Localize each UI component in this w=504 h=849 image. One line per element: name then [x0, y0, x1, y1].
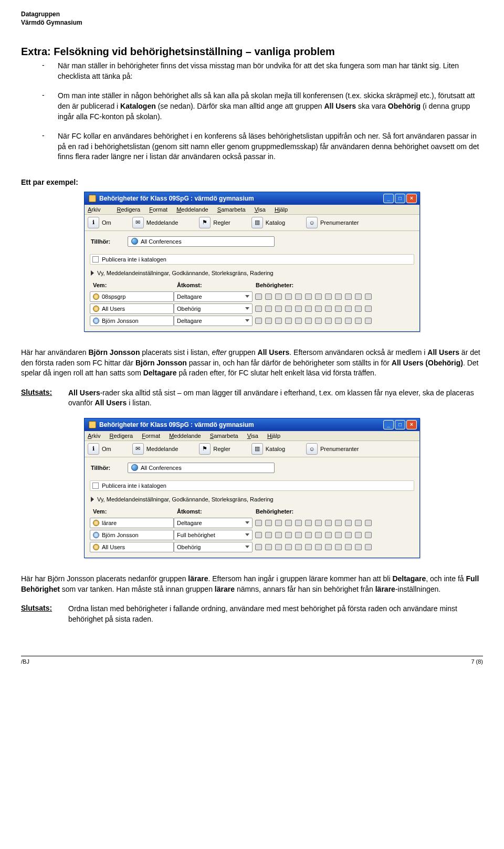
- perm-icon[interactable]: [315, 544, 322, 550]
- who-cell[interactable]: All Users: [90, 303, 174, 314]
- minimize-button[interactable]: _: [383, 194, 394, 203]
- perm-icon[interactable]: [345, 294, 352, 300]
- perm-icon[interactable]: [275, 306, 282, 312]
- perm-icon[interactable]: [365, 532, 372, 538]
- perm-icon[interactable]: [295, 532, 302, 538]
- perm-icon[interactable]: [255, 532, 262, 538]
- perm-icon[interactable]: [255, 306, 262, 312]
- tb-om[interactable]: ℹOm: [88, 443, 111, 455]
- who-cell[interactable]: All Users: [90, 542, 174, 552]
- perm-icon[interactable]: [295, 294, 302, 300]
- publish-checkbox-row[interactable]: Publicera inte i katalogen: [90, 254, 414, 265]
- menu-hjalp[interactable]: Hjälp: [275, 206, 288, 213]
- perm-icon[interactable]: [325, 520, 332, 526]
- perm-icon[interactable]: [275, 294, 282, 300]
- perm-icon[interactable]: [345, 520, 352, 526]
- checkbox-icon[interactable]: [92, 483, 99, 489]
- perm-icon[interactable]: [305, 532, 312, 538]
- perm-icon[interactable]: [295, 544, 302, 550]
- perm-icon[interactable]: [355, 318, 362, 324]
- perm-icon[interactable]: [295, 520, 302, 526]
- perm-icon[interactable]: [355, 544, 362, 550]
- perm-icon[interactable]: [335, 294, 342, 300]
- who-cell[interactable]: Björn Jonsson: [90, 316, 174, 326]
- tb-prenumeranter[interactable]: ☺Prenumeranter: [306, 217, 359, 228]
- perm-icon[interactable]: [335, 318, 342, 324]
- menu-visa[interactable]: Visa: [247, 433, 258, 439]
- access-dropdown[interactable]: Deltagare: [174, 518, 253, 528]
- perm-icon[interactable]: [345, 306, 352, 312]
- perm-icon[interactable]: [265, 306, 272, 312]
- perm-icon[interactable]: [255, 544, 262, 550]
- perm-icon[interactable]: [275, 532, 282, 538]
- perm-icon[interactable]: [365, 306, 372, 312]
- tb-om[interactable]: ℹOm: [88, 217, 111, 228]
- perm-icon[interactable]: [365, 544, 372, 550]
- perm-icon[interactable]: [285, 532, 292, 538]
- perm-icon[interactable]: [315, 306, 322, 312]
- perm-icon[interactable]: [365, 520, 372, 526]
- perm-icon[interactable]: [265, 544, 272, 550]
- tillhor-field[interactable]: All Conferences: [128, 236, 275, 247]
- perm-icon[interactable]: [345, 544, 352, 550]
- perm-icon[interactable]: [355, 520, 362, 526]
- access-dropdown[interactable]: Obehörig: [174, 542, 253, 552]
- perm-icon[interactable]: [365, 318, 372, 324]
- menu-arkiv[interactable]: Arkiv: [88, 206, 108, 213]
- menu-redigera[interactable]: Redigera: [117, 206, 141, 213]
- perm-icon[interactable]: [365, 294, 372, 300]
- tb-regler[interactable]: ⚑Regler: [199, 217, 230, 228]
- perm-icon[interactable]: [305, 544, 312, 550]
- tb-katalog[interactable]: ▥Katalog: [251, 217, 285, 228]
- maximize-button[interactable]: □: [395, 420, 405, 429]
- menu-format[interactable]: Format: [149, 206, 167, 213]
- menu-samarbeta[interactable]: Samarbeta: [210, 433, 238, 439]
- perm-icon[interactable]: [315, 532, 322, 538]
- perm-icon[interactable]: [335, 306, 342, 312]
- menu-meddelande[interactable]: Meddelande: [169, 433, 201, 439]
- menu-redigera[interactable]: Redigera: [110, 433, 133, 439]
- perm-icon[interactable]: [305, 520, 312, 526]
- perm-icon[interactable]: [275, 544, 282, 550]
- perm-icon[interactable]: [335, 532, 342, 538]
- who-cell[interactable]: Björn Jonsson: [90, 530, 174, 540]
- menu-format[interactable]: Format: [142, 433, 160, 439]
- maximize-button[interactable]: □: [395, 194, 405, 203]
- tb-regler[interactable]: ⚑Regler: [199, 443, 230, 455]
- close-button[interactable]: ×: [406, 420, 417, 429]
- perm-icon[interactable]: [335, 544, 342, 550]
- menu-arkiv[interactable]: Arkiv: [88, 433, 100, 439]
- publish-checkbox-row[interactable]: Publicera inte i katalogen: [90, 480, 414, 491]
- perm-icon[interactable]: [295, 306, 302, 312]
- perm-icon[interactable]: [315, 294, 322, 300]
- expand-section[interactable]: Vy, Meddelandeinställningar, Godkännande…: [90, 494, 414, 505]
- perm-icon[interactable]: [345, 318, 352, 324]
- expand-section[interactable]: Vy, Meddelandeinställningar, Godkännande…: [90, 268, 414, 278]
- perm-icon[interactable]: [265, 294, 272, 300]
- access-dropdown[interactable]: Obehörig: [174, 303, 253, 314]
- perm-icon[interactable]: [295, 318, 302, 324]
- perm-icon[interactable]: [275, 318, 282, 324]
- perm-icon[interactable]: [315, 318, 322, 324]
- tb-meddelande[interactable]: ✉Meddelande: [132, 443, 178, 455]
- minimize-button[interactable]: _: [383, 420, 394, 429]
- perm-icon[interactable]: [325, 294, 332, 300]
- checkbox-icon[interactable]: [92, 256, 99, 263]
- perm-icon[interactable]: [265, 318, 272, 324]
- perm-icon[interactable]: [255, 520, 262, 526]
- perm-icon[interactable]: [325, 544, 332, 550]
- access-dropdown[interactable]: Deltagare: [174, 291, 253, 302]
- tb-prenumeranter[interactable]: ☺Prenumeranter: [306, 443, 359, 455]
- tb-katalog[interactable]: ▥Katalog: [251, 443, 285, 455]
- perm-icon[interactable]: [255, 318, 262, 324]
- perm-icon[interactable]: [275, 520, 282, 526]
- menu-hjalp[interactable]: Hjälp: [267, 433, 280, 439]
- who-cell[interactable]: 08spsgrp: [90, 291, 174, 302]
- perm-icon[interactable]: [285, 318, 292, 324]
- tb-meddelande[interactable]: ✉Meddelande: [132, 217, 178, 228]
- perm-icon[interactable]: [265, 520, 272, 526]
- perm-icon[interactable]: [325, 318, 332, 324]
- perm-icon[interactable]: [285, 544, 292, 550]
- access-dropdown[interactable]: Full behörighet: [174, 530, 253, 540]
- perm-icon[interactable]: [305, 294, 312, 300]
